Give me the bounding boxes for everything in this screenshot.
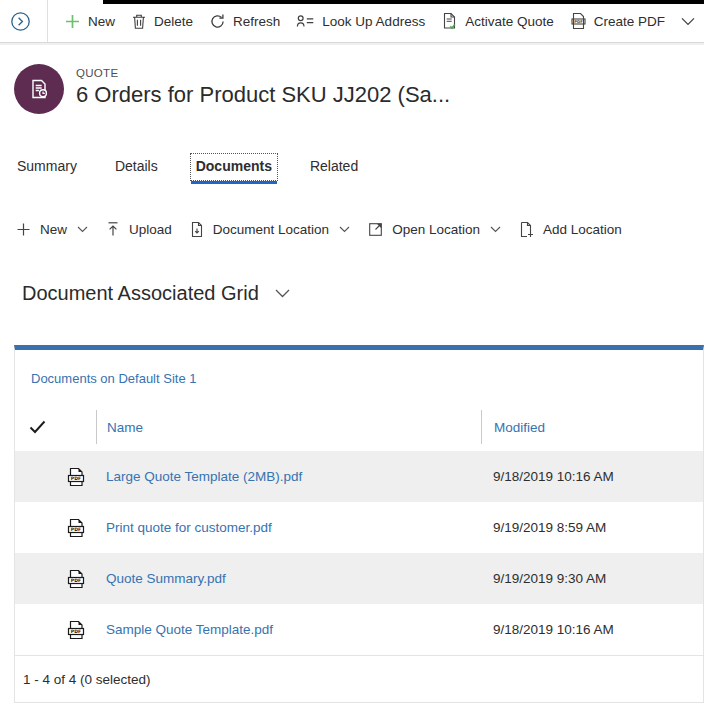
delete-button-label: Delete <box>154 14 193 29</box>
documents-toolbar: New Upload Document Location Open <box>0 214 704 244</box>
tab-related[interactable]: Related <box>305 154 363 180</box>
grid-header-row: Name Modified <box>15 403 703 451</box>
activate-quote-label: Activate Quote <box>465 14 554 29</box>
select-all-header[interactable] <box>15 403 96 451</box>
view-selector[interactable]: Document Associated Grid <box>0 278 704 308</box>
breadcrumb[interactable]: Documents on Default Site 1 <box>31 371 196 386</box>
record-count-status: 1 - 4 of 4 (0 selected) <box>23 672 151 687</box>
documents-new-label: New <box>40 222 67 237</box>
toolbar-divider <box>47 0 48 43</box>
table-row[interactable]: PDF Large Quote Template (2MB).pdf 9/18/… <box>15 451 703 502</box>
document-location-button[interactable]: Document Location <box>190 221 350 238</box>
documents-grid: Documents on Default Site 1 Name Modifie… <box>14 345 704 703</box>
table-row[interactable]: PDF Quote Summary.pdf 9/19/2019 9:30 AM <box>15 553 703 604</box>
column-header-modified-label: Modified <box>481 410 703 444</box>
pdf-file-icon: PDF <box>67 569 85 589</box>
column-header-name-label: Name <box>96 410 481 444</box>
row-select-cell[interactable]: PDF <box>15 553 96 604</box>
row-select-cell[interactable]: PDF <box>15 604 96 655</box>
row-select-cell[interactable]: PDF <box>15 502 96 553</box>
pdf-file-icon: PDF <box>67 620 85 640</box>
window-top-edge <box>103 0 704 4</box>
row-select-cell[interactable]: PDF <box>15 451 96 502</box>
add-location-icon <box>519 221 534 238</box>
contact-lookup-icon <box>296 14 315 29</box>
open-location-button[interactable]: Open Location <box>368 222 501 237</box>
document-link[interactable]: Print quote for customer.pdf <box>106 520 272 535</box>
checkmark-icon <box>29 420 46 434</box>
pdf-file-icon: PDF <box>67 518 85 538</box>
add-location-label: Add Location <box>543 222 622 237</box>
new-button[interactable]: New <box>64 13 115 30</box>
look-up-address-button[interactable]: Look Up Address <box>296 14 425 29</box>
column-header-modified[interactable]: Modified <box>481 403 703 451</box>
chevron-circle-right-icon <box>10 11 31 32</box>
modified-value: 9/19/2019 8:59 AM <box>493 520 606 535</box>
refresh-button[interactable]: Refresh <box>209 13 280 30</box>
record-header: QUOTE 6 Orders for Product SKU JJ202 (Sa… <box>0 45 704 134</box>
command-bar: New Delete Refresh Look Up Address Activ <box>0 0 704 43</box>
chevron-down-icon <box>77 226 88 233</box>
document-location-label: Document Location <box>213 222 329 237</box>
modified-value: 9/19/2019 9:30 AM <box>493 571 606 586</box>
documents-new-button[interactable]: New <box>16 222 88 237</box>
upload-button[interactable]: Upload <box>106 221 172 237</box>
document-location-icon <box>190 221 204 238</box>
page-title: 6 Orders for Product SKU JJ202 (Sa... <box>76 82 450 108</box>
table-row[interactable]: PDF Print quote for customer.pdf 9/19/20… <box>15 502 703 553</box>
entity-type-label: QUOTE <box>76 67 450 79</box>
grid-status-bar: 1 - 4 of 4 (0 selected) <box>15 655 703 702</box>
chevron-down-icon <box>490 226 501 233</box>
open-location-label: Open Location <box>392 222 480 237</box>
svg-text:PDF: PDF <box>71 476 81 481</box>
upload-icon <box>106 221 120 237</box>
chevron-down-icon <box>275 289 290 298</box>
svg-text:PDF: PDF <box>71 578 81 583</box>
document-check-icon <box>441 12 458 30</box>
grid-breadcrumb-row: Documents on Default Site 1 <box>15 350 703 403</box>
document-link[interactable]: Large Quote Template (2MB).pdf <box>106 469 302 484</box>
view-selector-title: Document Associated Grid <box>22 282 259 305</box>
expand-commands-button[interactable] <box>10 11 31 32</box>
record-tabs: Summary Details Documents Related <box>0 154 704 190</box>
svg-text:PDF: PDF <box>71 629 81 634</box>
tab-details[interactable]: Details <box>110 154 163 180</box>
tab-summary[interactable]: Summary <box>12 154 82 180</box>
tab-documents[interactable]: Documents <box>191 154 277 180</box>
pdf-file-icon: PDF <box>67 467 85 487</box>
chevron-down-icon <box>339 226 350 233</box>
refresh-button-label: Refresh <box>233 14 280 29</box>
add-location-button[interactable]: Add Location <box>519 221 622 238</box>
document-link[interactable]: Quote Summary.pdf <box>106 571 226 586</box>
plus-icon <box>16 222 31 237</box>
delete-button[interactable]: Delete <box>131 13 193 30</box>
quote-entity-icon <box>26 76 52 102</box>
new-button-label: New <box>88 14 115 29</box>
activate-quote-button[interactable]: Activate Quote <box>441 12 554 30</box>
open-location-icon <box>368 222 383 237</box>
refresh-icon <box>209 13 226 30</box>
modified-value: 9/18/2019 10:16 AM <box>493 622 614 637</box>
create-pdf-label: Create PDF <box>594 14 665 29</box>
modified-value: 9/18/2019 10:16 AM <box>493 469 614 484</box>
column-header-name[interactable]: Name <box>96 403 481 451</box>
upload-label: Upload <box>129 222 172 237</box>
table-row[interactable]: PDF Sample Quote Template.pdf 9/18/2019 … <box>15 604 703 655</box>
pdf-document-icon: PDF <box>570 12 587 30</box>
look-up-address-label: Look Up Address <box>322 14 425 29</box>
create-pdf-button[interactable]: PDF Create PDF <box>570 12 665 30</box>
trash-icon <box>131 13 147 30</box>
avatar <box>14 64 64 114</box>
document-link[interactable]: Sample Quote Template.pdf <box>106 622 273 637</box>
more-commands-chevron-icon[interactable] <box>681 17 695 26</box>
svg-text:PDF: PDF <box>71 527 81 532</box>
app-window: New Delete Refresh Look Up Address Activ <box>0 0 704 712</box>
plus-icon <box>64 13 81 30</box>
svg-text:PDF: PDF <box>574 19 583 24</box>
